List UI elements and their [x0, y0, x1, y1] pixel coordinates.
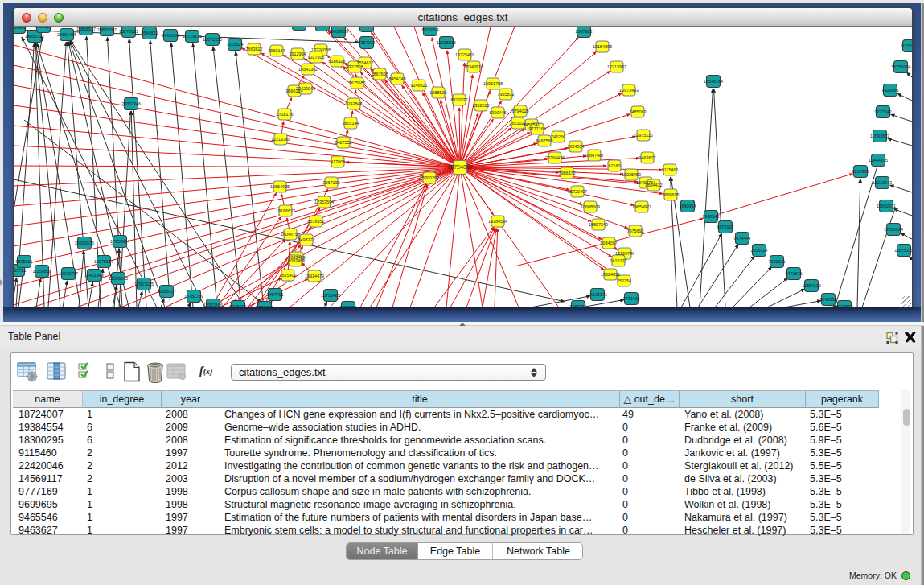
svg-text:9546821: 9546821	[142, 31, 158, 35]
svg-text:252254: 252254	[617, 278, 631, 283]
svg-text:8454749: 8454749	[389, 76, 406, 81]
svg-text:17016504: 17016504	[884, 227, 903, 232]
svg-text:8678352: 8678352	[308, 219, 325, 224]
svg-text:16543362: 16543362	[298, 67, 318, 72]
svg-text:11451940: 11451940	[84, 273, 104, 278]
svg-text:20053346: 20053346	[121, 101, 141, 106]
svg-text:9327505: 9327505	[308, 55, 325, 60]
svg-text:3912954: 3912954	[290, 51, 306, 56]
svg-text:9146821: 9146821	[411, 83, 428, 88]
svg-text:13325419: 13325419	[455, 52, 474, 57]
svg-text:10654925: 10654925	[270, 184, 290, 189]
svg-text:19166827: 19166827	[276, 208, 295, 213]
svg-text:12218506: 12218506	[437, 40, 456, 45]
svg-text:7955812: 7955812	[498, 92, 515, 97]
svg-text:7632621: 7632621	[769, 259, 786, 264]
svg-text:8427552: 8427552	[335, 140, 352, 145]
svg-text:9329966: 9329966	[882, 88, 899, 93]
svg-text:16053809: 16053809	[329, 29, 348, 34]
svg-text:10961758: 10961758	[483, 81, 503, 86]
svg-text:10975667: 10975667	[94, 259, 113, 264]
svg-text:14136141: 14136141	[588, 292, 607, 297]
svg-text:16093489: 16093489	[285, 258, 305, 263]
svg-text:17957225: 17957225	[134, 282, 154, 286]
svg-text:7986372: 7986372	[559, 171, 576, 175]
svg-text:16120746: 16120746	[615, 251, 634, 256]
svg-text:9699695: 9699695	[663, 192, 680, 197]
svg-text:9227342: 9227342	[875, 109, 892, 114]
svg-text:12505135: 12505135	[109, 276, 128, 281]
svg-text:15751074: 15751074	[891, 64, 910, 69]
svg-text:3960124: 3960124	[269, 48, 285, 53]
svg-text:7663822: 7663822	[246, 47, 263, 51]
svg-text:10654112: 10654112	[802, 283, 821, 288]
svg-text:3915721: 3915721	[14, 268, 27, 273]
svg-text:14099417: 14099417	[14, 27, 28, 30]
svg-text:9777169: 9777169	[529, 126, 546, 131]
svg-text:12213967: 12213967	[607, 64, 626, 69]
svg-text:9638527: 9638527	[35, 27, 52, 29]
svg-text:12093873: 12093873	[870, 134, 889, 138]
svg-text:7357224: 7357224	[359, 40, 376, 45]
svg-text:7485063: 7485063	[630, 109, 647, 114]
svg-text:18724007: 18724007	[447, 164, 472, 170]
svg-text:9457791: 9457791	[267, 292, 284, 297]
svg-text:6466160: 6466160	[162, 33, 179, 38]
svg-text:8938542: 8938542	[703, 214, 720, 219]
svg-text:16210643: 16210643	[873, 180, 892, 185]
svg-text:13226058: 13226058	[311, 47, 331, 52]
svg-text:7515524: 7515524	[227, 42, 244, 47]
svg-text:8831245: 8831245	[257, 305, 273, 307]
svg-text:1733426: 1733426	[623, 296, 640, 301]
svg-text:16914479: 16914479	[305, 274, 324, 278]
svg-text:11675335: 11675335	[894, 248, 912, 253]
svg-text:2087682: 2087682	[576, 29, 593, 34]
svg-text:18807249: 18807249	[589, 222, 608, 227]
svg-text:9245012: 9245012	[230, 304, 247, 307]
svg-text:10671355: 10671355	[203, 37, 222, 42]
svg-text:62160: 62160	[609, 163, 621, 168]
svg-text:20364436: 20364436	[545, 155, 565, 160]
svg-text:8684412: 8684412	[646, 183, 663, 187]
svg-text:9084067: 9084067	[601, 241, 618, 245]
svg-text:9242848: 9242848	[346, 101, 363, 106]
svg-text:8024502: 8024502	[836, 304, 853, 307]
svg-text:1362615: 1362615	[473, 103, 490, 108]
svg-text:14055712: 14055712	[25, 34, 44, 39]
svg-text:8322037: 8322037	[451, 97, 468, 102]
svg-text:20691406: 20691406	[57, 32, 76, 37]
svg-text:2935114: 2935114	[751, 248, 768, 253]
svg-text:2718176: 2718176	[277, 112, 294, 117]
svg-text:3624554: 3624554	[568, 144, 585, 149]
svg-text:7554612: 7554612	[357, 60, 374, 65]
svg-text:16046756: 16046756	[281, 232, 300, 237]
svg-text:3267130: 3267130	[323, 180, 340, 185]
svg-text:15276021: 15276021	[119, 29, 138, 34]
svg-text:20206576: 20206576	[75, 241, 94, 245]
svg-text:15720407: 15720407	[568, 189, 587, 194]
svg-text:17359924: 17359924	[110, 239, 129, 244]
svg-text:3675685: 3675685	[349, 80, 366, 85]
svg-text:11125934: 11125934	[900, 43, 912, 48]
svg-text:1615132: 1615132	[610, 258, 627, 263]
svg-text:19384554: 19384554	[488, 219, 507, 224]
svg-text:7625402: 7625402	[280, 273, 297, 278]
svg-text:6879197: 6879197	[717, 225, 734, 229]
svg-text:8186328: 8186328	[329, 59, 346, 64]
svg-text:10853267: 10853267	[97, 27, 117, 32]
svg-text:9115460: 9115460	[662, 167, 679, 172]
svg-text:8813054: 8813054	[422, 27, 439, 32]
svg-text:7975692: 7975692	[627, 229, 644, 233]
svg-text:5498222: 5498222	[298, 237, 315, 242]
svg-text:12353594: 12353594	[314, 200, 334, 204]
svg-text:746266: 746266	[551, 134, 565, 139]
svg-text:25300293: 25300293	[420, 175, 439, 180]
svg-text:9463627: 9463627	[639, 155, 656, 160]
svg-text:15858517: 15858517	[76, 27, 96, 31]
svg-text:10025453: 10025453	[622, 172, 641, 177]
svg-text:15716485: 15716485	[321, 293, 340, 298]
svg-text:1640954: 1640954	[680, 204, 696, 208]
svg-text:12975115: 12975115	[634, 133, 653, 138]
svg-text:10958107: 10958107	[157, 289, 176, 294]
svg-text:9482351: 9482351	[570, 304, 587, 307]
